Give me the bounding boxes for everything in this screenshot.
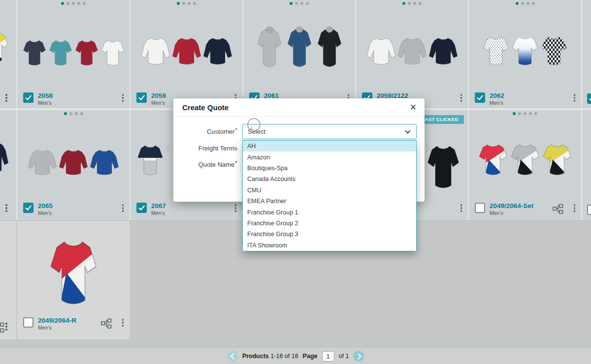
product-category: Men's xyxy=(490,210,503,216)
product-card-2061[interactable]: 2061 Men's xyxy=(243,0,355,108)
carousel-dots[interactable] xyxy=(243,2,355,5)
product-images xyxy=(17,231,130,310)
carousel-dots[interactable] xyxy=(356,2,468,5)
product-set-icon[interactable] xyxy=(0,322,4,333)
product-category: Men's xyxy=(151,100,165,106)
product-category: Men's xyxy=(490,100,503,106)
close-icon[interactable]: ✕ xyxy=(410,103,417,112)
product-checkbox[interactable] xyxy=(136,203,147,213)
product-shirt-image xyxy=(172,34,201,68)
product-images xyxy=(0,139,9,176)
customer-dropdown-list: AHAmazonBoutiques-SpaCanada AccountsCMUE… xyxy=(242,140,417,251)
product-category: Men's xyxy=(38,100,52,106)
pagination-prev-button[interactable] xyxy=(227,351,238,362)
card-menu-icon[interactable] xyxy=(122,94,124,102)
product-card-2059[interactable]: 2059 Men's xyxy=(131,0,242,108)
card-menu-icon[interactable] xyxy=(122,204,124,212)
product-shirt-image xyxy=(203,34,232,68)
card-menu-icon[interactable] xyxy=(5,204,7,212)
carousel-dots[interactable] xyxy=(17,112,130,115)
product-shirt-image xyxy=(428,34,458,68)
product-code[interactable]: 2059 xyxy=(151,92,166,99)
card-menu-icon[interactable] xyxy=(460,94,462,102)
product-images xyxy=(0,29,9,65)
dropdown-option[interactable]: CMU xyxy=(243,185,416,196)
card-menu-icon[interactable] xyxy=(235,204,237,212)
product-card-2049-2064-set[interactable]: 2049/2064-Set Men's xyxy=(469,110,581,220)
product-checkbox[interactable] xyxy=(587,93,591,104)
dropdown-option[interactable]: ITA Showroom xyxy=(243,240,416,251)
carousel-dots[interactable] xyxy=(469,112,581,115)
product-shirt-image xyxy=(0,139,9,176)
product-checkbox[interactable] xyxy=(587,205,591,215)
product-code[interactable]: 2049/2064-Set xyxy=(490,202,533,210)
page-number-input[interactable]: 1 xyxy=(322,351,334,362)
pagination-next-button[interactable] xyxy=(353,351,364,362)
dropdown-option[interactable]: Canada Accounts xyxy=(243,174,416,184)
product-shirt-image xyxy=(22,36,47,68)
modal-header: Create Quote ✕ xyxy=(173,98,425,117)
page-of-text: of 1 xyxy=(339,353,349,360)
dropdown-option[interactable]: Boutiques-Spa xyxy=(243,163,416,174)
product-card-partial-left[interactable] xyxy=(0,221,16,339)
product-code[interactable]: 2067 xyxy=(151,202,166,210)
card-menu-icon[interactable] xyxy=(122,319,124,327)
modal-title: Create Quote xyxy=(182,103,229,112)
product-shirt-image xyxy=(255,22,284,70)
product-shirt-image xyxy=(482,32,510,68)
carousel-dots[interactable] xyxy=(469,2,581,5)
product-shirt-image xyxy=(74,36,99,68)
card-menu-icon[interactable] xyxy=(5,94,7,102)
product-code[interactable]: 2065 xyxy=(38,202,53,210)
product-shirt-image xyxy=(542,140,572,178)
dropdown-option[interactable]: Franchise Group 3 xyxy=(243,229,416,240)
carousel-dots[interactable] xyxy=(131,2,242,5)
card-menu-icon[interactable] xyxy=(5,323,7,331)
product-shirt-image xyxy=(285,22,314,70)
product-category: Men's xyxy=(38,325,52,331)
product-shirt-image xyxy=(90,147,119,178)
product-card-2058[interactable]: 2058 Men's xyxy=(17,0,130,108)
product-shirt-image xyxy=(511,32,539,68)
product-checkbox[interactable] xyxy=(136,92,147,103)
product-shirt-image xyxy=(48,36,73,68)
product-card-2049-2064-r[interactable]: 2049/2064-R Men's xyxy=(17,221,130,339)
product-card-partial-left[interactable] xyxy=(0,110,16,220)
product-checkbox[interactable] xyxy=(475,203,485,213)
product-code[interactable]: 2058 xyxy=(38,92,53,99)
product-checkbox[interactable] xyxy=(23,203,33,213)
product-shirt-image xyxy=(510,140,540,178)
card-menu-icon[interactable] xyxy=(460,204,462,212)
carousel-dots[interactable] xyxy=(17,2,130,5)
product-card-2065[interactable]: 2065 Men's xyxy=(17,110,130,220)
product-shirt-image xyxy=(141,34,170,68)
products-label: Products xyxy=(242,353,269,360)
product-set-icon[interactable] xyxy=(101,318,112,329)
product-shirt-image xyxy=(59,147,88,178)
product-checkbox[interactable] xyxy=(475,92,485,103)
product-shirt-image xyxy=(426,139,460,192)
product-code[interactable]: 2049/2064-R xyxy=(38,317,76,324)
dropdown-option[interactable]: Franchise Group 2 xyxy=(243,218,416,229)
product-checkbox[interactable] xyxy=(23,317,33,328)
product-shirt-image xyxy=(0,29,9,65)
product-checkbox[interactable] xyxy=(23,92,33,103)
card-menu-icon[interactable] xyxy=(574,94,576,102)
product-card-partial-left[interactable] xyxy=(0,0,16,108)
dropdown-option[interactable]: Amazon xyxy=(243,152,416,162)
customer-select[interactable]: Select xyxy=(242,124,417,139)
field-label-text: Customer xyxy=(207,128,234,135)
card-menu-icon[interactable] xyxy=(574,204,576,212)
product-card-partial-right[interactable] xyxy=(582,0,591,108)
product-set-icon[interactable] xyxy=(553,204,563,214)
dropdown-option[interactable]: Franchise Group 1 xyxy=(243,207,416,217)
dropdown-option[interactable]: AH xyxy=(243,141,416,152)
product-shirt-image xyxy=(100,36,125,68)
product-code[interactable]: 2062 xyxy=(490,92,504,99)
dropdown-option[interactable]: EMEA Partner xyxy=(243,196,416,207)
product-images xyxy=(469,24,581,68)
product-card-partial-right[interactable] xyxy=(582,110,591,220)
product-card-2062[interactable]: 2062 Men's xyxy=(469,0,581,108)
product-card-2059-2122[interactable]: 2059/2122 Men's xyxy=(356,0,468,108)
product-shirt-image xyxy=(28,147,57,178)
